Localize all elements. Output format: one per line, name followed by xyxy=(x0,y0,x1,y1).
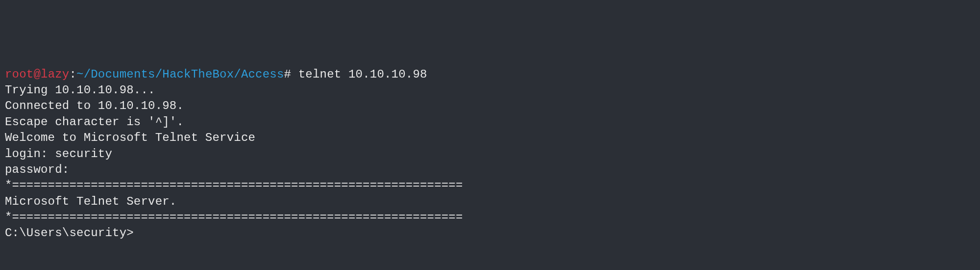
prompt-path: ~/Documents/HackTheBox/Access xyxy=(76,68,284,81)
output-line: Trying 10.10.10.98... xyxy=(5,82,975,98)
output-line: Escape character is '^]'. xyxy=(5,114,975,130)
windows-prompt[interactable]: C:\Users\security> xyxy=(5,225,975,241)
password-prompt[interactable]: password: xyxy=(5,162,975,178)
output-line: Connected to 10.10.10.98. xyxy=(5,98,975,114)
prompt-line[interactable]: root@lazy:~/Documents/HackTheBox/Access#… xyxy=(5,67,975,82)
output-line: Welcome to Microsoft Telnet Service xyxy=(5,130,975,146)
terminal-window[interactable]: root@lazy:~/Documents/HackTheBox/Access#… xyxy=(5,67,975,242)
prompt-hash: # xyxy=(284,68,292,81)
output-line: *=======================================… xyxy=(5,178,975,193)
prompt-host: lazy xyxy=(41,68,69,81)
output-line: Microsoft Telnet Server. xyxy=(5,194,975,210)
prompt-user: root xyxy=(5,68,33,81)
prompt-colon: : xyxy=(69,68,76,81)
command-input[interactable]: telnet 10.10.10.98 xyxy=(291,68,427,81)
prompt-at: @ xyxy=(33,68,41,81)
output-line: *=======================================… xyxy=(5,210,975,225)
login-prompt[interactable]: login: security xyxy=(5,146,975,162)
